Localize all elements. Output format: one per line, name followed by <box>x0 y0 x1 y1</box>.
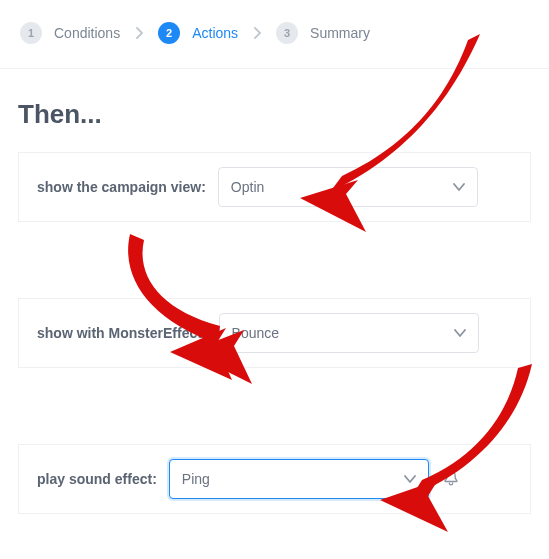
step-badge-2: 2 <box>158 22 180 44</box>
sound-effect-label: play sound effect: <box>37 471 157 487</box>
chevron-right-icon <box>134 27 144 39</box>
campaign-view-value: Optin <box>231 179 264 195</box>
chevron-down-icon <box>453 182 465 192</box>
chevron-down-icon <box>454 328 466 338</box>
step-summary[interactable]: 3 Summary <box>276 22 370 44</box>
step-label-2: Actions <box>192 25 238 41</box>
step-label-1: Conditions <box>54 25 120 41</box>
chevron-down-icon <box>404 474 416 484</box>
then-heading: Then... <box>18 99 531 130</box>
sound-effect-value: Ping <box>182 471 210 487</box>
step-badge-1: 1 <box>20 22 42 44</box>
step-label-3: Summary <box>310 25 370 41</box>
campaign-view-select[interactable]: Optin <box>218 167 478 207</box>
monster-effect-label: show with MonsterEffect: <box>37 325 207 341</box>
wizard-stepper: 1 Conditions 2 Actions 3 Summary <box>0 0 549 69</box>
row-campaign-view: show the campaign view: Optin <box>18 152 531 222</box>
sound-effect-select[interactable]: Ping <box>169 459 429 499</box>
actions-panel: Then... show the campaign view: Optin sh… <box>0 69 549 514</box>
campaign-view-label: show the campaign view: <box>37 179 206 195</box>
monster-effect-value: Bounce <box>232 325 279 341</box>
row-monster-effect: show with MonsterEffect: Bounce <box>18 298 531 368</box>
step-actions[interactable]: 2 Actions <box>158 22 238 44</box>
step-conditions[interactable]: 1 Conditions <box>20 22 120 44</box>
bell-icon[interactable] <box>441 469 461 489</box>
row-sound-effect: play sound effect: Ping <box>18 444 531 514</box>
monster-effect-select[interactable]: Bounce <box>219 313 479 353</box>
step-badge-3: 3 <box>276 22 298 44</box>
chevron-right-icon <box>252 27 262 39</box>
